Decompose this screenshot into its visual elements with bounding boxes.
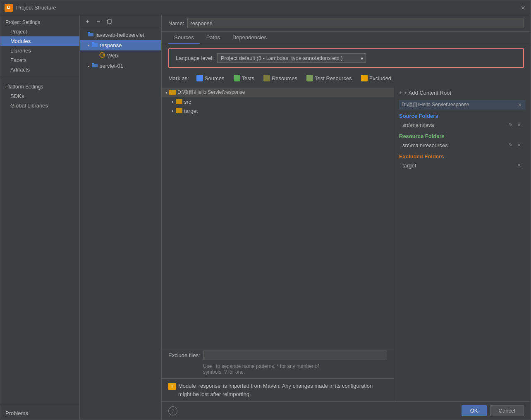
sidebar-item-libraries[interactable]: Libraries [0,46,79,55]
exclude-files-row: Exclude files: [162,348,394,363]
language-level-row: Language level: Project default (8 - Lam… [168,48,524,68]
source-folder-path: src\main\java [402,122,434,128]
language-level-label: Language level: [176,55,214,61]
source-folder-actions: ✎ ✕ [507,122,522,128]
excluded-folder-entry-1: target ✕ [399,161,526,169]
excluded-folder-actions: ✕ [516,162,522,169]
close-content-root-icon[interactable]: ✕ [517,102,523,108]
tree-toolbar: + − [80,15,161,28]
arrow-collapsed-icon: ▸ [86,63,91,69]
remove-excluded-icon[interactable]: ✕ [516,162,522,169]
bottom-bar: ? OK Cancel [162,401,531,420]
content-root-path-row: D:\项目\Hello Servlet\response ✕ [399,100,526,110]
sidebar-item-project[interactable]: Project [0,27,79,36]
src-arrow: ▸ [170,99,176,105]
warning-text: Module 'response' is imported from Maven… [178,382,387,398]
close-button[interactable]: ✕ [520,5,526,11]
mark-test-resources-label: Test Resources [315,75,352,81]
mark-tests-label: Tests [242,75,254,81]
warning-icon: ! [168,383,176,390]
bottom-buttons: OK Cancel [462,405,524,416]
module-icon [87,31,94,39]
test-resources-color-icon [306,75,313,81]
add-content-root-button[interactable]: + + Add Content Root [399,89,526,96]
exclude-files-input[interactable] [203,351,387,360]
target-folder-item[interactable]: ▸ target [162,106,394,115]
mark-sources-button[interactable]: Sources [193,74,228,83]
tree-item-web[interactable]: Web [80,50,161,61]
project-structure-window: IJ Project Structure ✕ Project Settings … [0,0,531,420]
content-root-actions: ✕ [517,102,523,108]
no-arrow [93,53,99,59]
mark-excluded-button[interactable]: Excluded [358,74,395,83]
language-level-select-wrap: Project default (8 - Lambdas, type annot… [217,53,366,63]
edit-source-icon[interactable]: ✎ [507,122,514,128]
remove-module-button[interactable]: − [94,17,103,26]
warning-row: ! Module 'response' is imported from Mav… [162,378,394,401]
ok-button[interactable]: OK [462,405,487,416]
svg-rect-10 [92,63,94,64]
tree-item-servlet[interactable]: ▸ servlet-01 [80,61,161,71]
folders-area: ▾ D:\项目\Hello Servlet\response ▸ [162,86,531,401]
resource-folders-title: Resource Folders [399,133,526,139]
target-folder-icon [176,107,182,114]
plus-icon: + [399,89,402,96]
svg-rect-4 [92,43,98,47]
tree-item-label-response: response [100,42,122,48]
tree-item-response[interactable]: ▾ response [80,40,161,50]
arrow-expanded-icon: ▾ [86,43,91,48]
web-icon [99,52,105,60]
problems-link[interactable]: Problems [0,407,79,420]
root-arrow: ▾ [163,90,169,95]
sidebar-item-sdks[interactable]: SDKs [0,91,79,101]
exclude-files-label: Exclude files: [168,352,200,358]
cancel-button[interactable]: Cancel [490,405,524,416]
sources-color-icon [196,75,203,81]
root-folder-item[interactable]: ▾ D:\项目\Hello Servlet\response [162,88,394,97]
right-panel: + + Add Content Root D:\项目\Hello Servlet… [394,86,531,401]
tab-dependencies[interactable]: Dependencies [227,32,273,44]
main-panel: Name: Sources Paths Dependencies Languag… [162,15,531,420]
resources-color-icon [263,75,270,81]
svg-rect-1 [108,19,111,23]
mark-resources-button[interactable]: Resources [260,74,301,83]
help-button[interactable]: ? [168,406,177,415]
src-folder-item[interactable]: ▸ src [162,97,394,106]
copy-module-button[interactable] [105,17,114,26]
source-folder-entry-1: src\main\java ✎ ✕ [399,121,526,129]
tab-sources[interactable]: Sources [168,32,200,44]
tab-paths[interactable]: Paths [201,32,226,44]
mark-test-resources-button[interactable]: Test Resources [303,74,355,83]
sidebar-item-global-libraries[interactable]: Global Libraries [0,101,79,110]
excluded-folders-title: Excluded Folders [399,153,526,160]
sidebar-item-facets[interactable]: Facets [0,55,79,65]
module-icon-servlet [91,62,98,70]
title-bar: IJ Project Structure ✕ [0,0,531,15]
name-input[interactable] [187,19,524,28]
remove-resource-icon[interactable]: ✕ [516,142,522,148]
remove-source-icon[interactable]: ✕ [516,122,522,128]
tree-item-label-web: Web [107,52,118,59]
tests-color-icon [234,75,240,81]
root-folder-label: D:\项目\Hello Servlet\response [177,89,245,96]
add-module-button[interactable]: + [83,17,92,26]
sidebar-divider [0,77,79,77]
tree-item-javaweb[interactable]: javaweb-helloservlet [80,30,161,40]
module-tree: + − [80,15,162,420]
svg-rect-3 [88,32,90,33]
tabs-row: Sources Paths Dependencies [162,32,531,44]
target-folder-label: target [184,108,198,114]
sidebar-divider-bottom [0,404,79,404]
resource-folder-actions: ✎ ✕ [507,142,522,148]
resource-folder-path: src\main\resources [402,142,448,148]
mark-tests-button[interactable]: Tests [230,74,258,83]
name-row: Name: [162,15,531,32]
sidebar-item-artifacts[interactable]: Artifacts [0,65,79,74]
module-icon-response [91,41,98,49]
content-root-path-label: D:\项目\Hello Servlet\response [402,101,469,108]
edit-resource-icon[interactable]: ✎ [507,142,514,148]
sidebar-item-modules[interactable]: Modules [0,36,79,46]
resource-folder-entry-1: src\main\resources ✎ ✕ [399,141,526,149]
tree-item-label: javaweb-helloservlet [96,32,144,38]
language-level-select[interactable]: Project default (8 - Lambdas, type annot… [217,53,366,63]
